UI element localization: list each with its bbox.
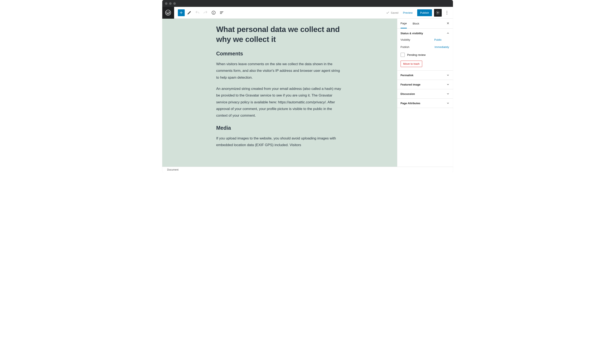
chevron-down-icon [446,74,450,77]
outline-button[interactable] [218,9,225,16]
panel-head-featured-image[interactable]: Featured image [397,80,453,89]
section-title-media[interactable]: Media [216,125,343,131]
panel-head-page-attributes[interactable]: Page Attributes [397,99,453,108]
chevron-down-icon [446,92,450,95]
pending-review-checkbox[interactable] [401,53,405,57]
editor-canvas[interactable]: What personal data we collect and why we… [162,19,397,167]
tab-block[interactable]: Block [413,22,419,28]
paragraph[interactable]: When visitors leave comments on the site… [216,61,343,81]
check-icon [386,11,390,14]
panel-featured-image: Featured image [397,80,453,89]
visibility-value[interactable]: Public [434,38,450,41]
chevron-down-icon [446,102,450,105]
close-icon [446,22,450,25]
preview-button[interactable]: Preview [401,10,415,16]
chevron-up-icon [446,32,450,35]
page-heading[interactable]: What personal data we collect and why we… [216,25,343,44]
saved-status: Saved [386,11,398,14]
panel-page-attributes: Page Attributes [397,99,453,108]
editor-footer: Document [162,167,453,172]
panel-title: Status & visibility [401,32,423,35]
move-to-trash-button[interactable]: Move to trash [401,61,422,67]
paragraph[interactable]: If you upload images to the website, you… [216,135,343,149]
panel-head-discussion[interactable]: Discussion [397,89,453,98]
saved-label: Saved [391,11,398,14]
tab-page[interactable]: Page [401,22,407,28]
panel-title: Permalink [401,74,413,77]
traffic-minimize[interactable] [169,2,172,5]
settings-button[interactable] [434,9,442,17]
publish-label: Publish [401,45,410,49]
more-options-button[interactable] [444,11,450,14]
add-block-button[interactable] [178,9,185,16]
visibility-label: Visibility [401,38,410,41]
paragraph[interactable]: An anonymized string created from your e… [216,86,343,119]
traffic-close[interactable] [165,2,167,5]
panel-discussion: Discussion [397,89,453,99]
close-sidebar-button[interactable] [446,22,450,25]
section-title-comments[interactable]: Comments [216,51,343,57]
wordpress-logo[interactable] [162,7,174,19]
breadcrumb[interactable]: Document [167,168,179,171]
traffic-maximize[interactable] [173,2,176,5]
publish-value[interactable]: Immediately [435,45,450,49]
window-titlebar [162,0,453,7]
pending-review-row: Pending review [401,53,450,57]
panel-title: Discussion [401,92,415,95]
panel-status-visibility: Status & visibility Visibility Public Pu… [397,29,453,71]
svg-point-5 [447,12,447,13]
sidebar-tabs: Page Block [397,19,453,29]
publish-button[interactable]: Publish [417,9,432,16]
panel-permalink: Permalink [397,71,453,80]
info-button[interactable] [210,9,217,16]
redo-button[interactable] [202,9,209,16]
pending-review-label: Pending review [407,53,426,56]
panel-title: Page Attributes [401,102,421,105]
gear-icon [436,10,440,15]
panel-head-status[interactable]: Status & visibility [397,29,453,38]
svg-point-4 [447,11,447,12]
undo-button[interactable] [194,9,201,16]
edit-mode-button[interactable] [186,9,193,16]
svg-point-2 [213,12,214,12]
svg-point-3 [437,12,438,13]
publish-row: Publish Immediately [401,45,450,49]
settings-sidebar: Page Block Status & visibility Visibilit… [397,19,453,167]
svg-point-6 [447,14,447,14]
panel-title: Featured image [401,83,421,86]
panel-head-permalink[interactable]: Permalink [397,71,453,80]
chevron-down-icon [446,83,450,86]
editor-toolbar: Saved Preview Publish [162,7,453,19]
visibility-row: Visibility Public [401,38,450,41]
